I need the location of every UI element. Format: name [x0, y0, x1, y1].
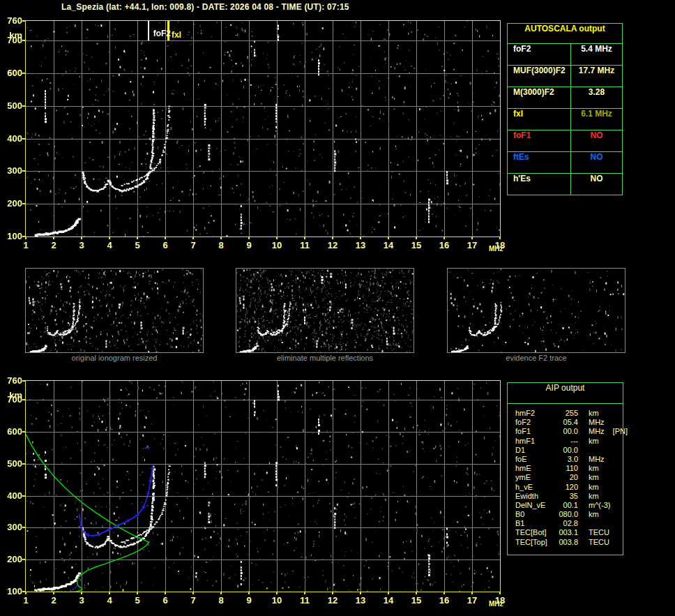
main-ionogram-plot: foF2 fxI: [25, 20, 501, 237]
aip-row-unit: km: [589, 464, 599, 472]
autoscala-row-value: 5.4 MHz: [571, 44, 622, 65]
y-axis-tick: [22, 463, 26, 465]
y-axis-tick-label: 760: [3, 16, 22, 26]
aip-row-name: DelN_vE: [515, 501, 554, 509]
y-axis-tick-label: 760: [3, 376, 22, 386]
aip-row: hmF1---km: [515, 437, 623, 446]
aip-row: D100.0: [515, 446, 623, 455]
y-axis-tick: [22, 170, 26, 172]
aip-row-name: B0: [515, 510, 554, 518]
x-axis-tick: [220, 236, 222, 239]
y-axis-tick-label: 300: [3, 166, 22, 176]
y-axis-tick: [22, 380, 26, 382]
autoscala-row-value: NO: [571, 152, 622, 173]
aip-row-value: 02.8: [554, 519, 578, 527]
y-axis-tick: [22, 203, 26, 204]
y-axis-tick: [22, 105, 26, 107]
y-axis-tick-label: 200: [3, 199, 22, 209]
x-axis-tick: [388, 236, 389, 239]
aip-row: TEC[Top]003.8TECU: [515, 538, 623, 547]
x-axis-tick: [304, 592, 305, 594]
aip-row-name: hmF1: [515, 437, 554, 445]
y-axis-tick-label: 100: [3, 232, 22, 241]
x-axis-tick-label: 15: [409, 596, 424, 606]
page-title: La_Spezia (lat: +44.1, lon: 009.8) - DAT…: [61, 2, 349, 12]
aip-row-name: B1: [515, 519, 554, 527]
x-axis-tick-label: 17: [464, 241, 480, 250]
autoscala-row: fxI6.1 MHz: [508, 108, 622, 130]
x-axis-tick: [192, 236, 194, 239]
autoscala-output-table: AUTOSCALA output foF25.4 MHzMUF(3000)F21…: [507, 23, 623, 195]
aip-row-value: ---: [554, 437, 578, 445]
aip-row-unit: km: [589, 483, 599, 491]
main-ionogram-canvas: [26, 21, 500, 236]
x-axis-tick: [499, 592, 501, 594]
x-axis-tick: [192, 592, 194, 594]
aip-row: DelN_vE00.1m^(-3): [515, 501, 623, 510]
x-axis-tick: [304, 236, 305, 239]
x-axis-tick: [388, 592, 389, 594]
y-axis-tick: [22, 73, 26, 74]
x-axis-tick-label: 11: [297, 596, 312, 606]
aip-row-unit: km: [589, 473, 599, 481]
x-axis-tick: [443, 236, 445, 239]
x-axis-tick: [25, 592, 26, 594]
x-axis-tick-label: 14: [381, 241, 396, 250]
y-axis-tick-label: 600: [3, 427, 22, 437]
x-axis-tick: [165, 236, 166, 239]
aip-row-unit: TECU: [589, 538, 609, 546]
thumbnail-caption-original: original ionogram resized: [25, 354, 204, 362]
aip-row-name: foE: [515, 455, 554, 463]
x-axis-tick-label: 6: [158, 241, 173, 250]
aip-row-value: 003.1: [554, 528, 578, 536]
x-axis-tick-label: 9: [241, 596, 257, 606]
x-axis-tick-label: 8: [213, 241, 229, 250]
aip-row: foE3.0MHz: [515, 455, 623, 464]
aip-row: foF205.4MHz: [515, 418, 623, 427]
aip-row: hmE110km: [515, 464, 623, 473]
x-axis-tick: [165, 592, 166, 594]
aip-row-unit: MHz: [589, 427, 605, 435]
thumbnail-evidence-f2: [447, 268, 625, 353]
x-axis-tick-label: 11: [297, 241, 312, 250]
y-axis-tick-label: 500: [3, 459, 22, 469]
thumbnail-original-ionogram: [25, 268, 204, 353]
x-axis-tick: [220, 592, 222, 594]
x-axis-tick: [332, 592, 333, 594]
aip-row-unit: km: [589, 437, 599, 445]
x-axis-tick: [109, 236, 110, 239]
x-axis-tick-label: 3: [74, 241, 89, 250]
autoscala-row: foF25.4 MHz: [508, 44, 622, 65]
thumbnail-caption-evidence: evidence F2 trace: [447, 354, 625, 362]
aip-row-value: 00.0: [554, 446, 578, 454]
x-axis-tick-label: 6: [158, 596, 173, 606]
x-axis-tick-label: 17: [464, 596, 480, 606]
x-axis-tick: [53, 236, 54, 239]
fxi-marker-label: fxI: [172, 30, 192, 40]
x-axis-tick: [248, 236, 250, 239]
autoscala-row-value: 6.1 MHz: [571, 109, 622, 130]
autoscala-row: ftEsNO: [508, 151, 622, 173]
x-axis-tick-label: 10: [269, 596, 285, 606]
aip-row-value: 35: [554, 492, 578, 500]
aip-row-note: [PN]: [613, 427, 628, 435]
aip-row-unit: MHz: [589, 418, 605, 426]
height-unit-label: km: [3, 31, 22, 40]
autoscala-row: MUF(3000)F217.7 MHz: [508, 65, 622, 87]
aip-row-unit: TECU: [589, 528, 609, 536]
x-axis-tick-label: 4: [102, 596, 117, 606]
x-axis-tick: [416, 236, 417, 239]
x-axis-tick-label: 13: [353, 241, 368, 250]
aip-table-title: AIP output: [508, 383, 623, 404]
autoscala-row-label: foF2: [508, 44, 571, 65]
autoscala-row: foF1NO: [508, 130, 622, 151]
aip-row-value: 05.4: [554, 418, 578, 426]
aip-row-name: foF1: [515, 427, 554, 435]
y-axis-tick-label: 500: [3, 101, 22, 111]
y-axis-tick: [22, 138, 26, 140]
y-axis-tick-label: 600: [3, 68, 22, 78]
x-axis-tick-label: 7: [185, 596, 201, 606]
x-axis-tick: [109, 592, 110, 594]
x-axis-tick: [81, 592, 82, 594]
x-axis-tick: [137, 592, 138, 594]
